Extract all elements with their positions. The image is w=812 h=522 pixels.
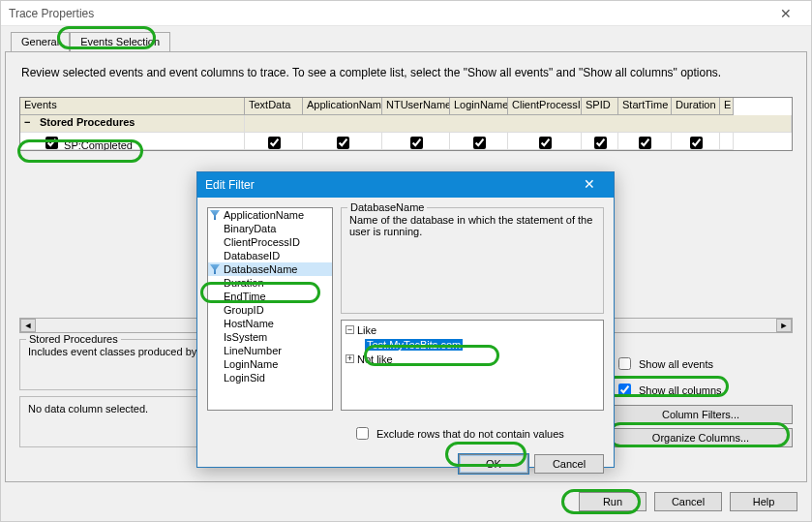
tree-like-value[interactable]: Test.MyTecBits.com [346,337,599,352]
column-list[interactable]: ApplicationName BinaryData ClientProcess… [207,207,333,411]
titlebar: Trace Properties ✕ [1,1,811,26]
grid-body: − Stored Procedures SP:Completed [20,115,792,150]
list-item[interactable]: LoginSid [208,371,332,384]
dialog-titlebar[interactable]: Edit Filter ✕ [197,172,614,198]
dialog-close-icon[interactable]: ✕ [573,175,606,195]
tab-general[interactable]: General [11,32,70,51]
col-loginname[interactable]: LoginName [450,98,508,115]
cell-check[interactable] [410,137,423,149]
list-item[interactable]: LoginName [208,357,332,371]
column-filters-button[interactable]: Column Filters... [609,405,793,424]
checkbox-input[interactable] [356,427,369,440]
list-item[interactable]: ClientProcessID [208,235,332,249]
list-item[interactable]: Duration [208,276,332,290]
label: Not like [357,353,393,365]
list-item[interactable]: DatabaseID [208,249,332,262]
cell-check[interactable] [539,137,552,149]
col-extra[interactable]: E [720,98,734,115]
checkbox-input[interactable] [618,357,631,370]
collapse-icon[interactable]: − [346,325,354,334]
column-desc-group: DatabaseName Name of the database in whi… [341,207,604,314]
cancel-button[interactable]: Cancel [654,492,722,511]
dialog-bottom-area: Exclude rows that do not contain values [197,420,614,450]
desc-title: DatabaseName [347,201,427,213]
dialog-right-pane: DatabaseName Name of the database in whi… [341,207,604,411]
trace-properties-window: Trace Properties ✕ General Events Select… [0,0,812,522]
right-controls: Show all events Show all columns Column … [609,339,793,447]
cell-check[interactable] [268,137,281,149]
category-label: Stored Procedures [40,116,135,128]
dialog-cancel-button[interactable]: Cancel [534,454,604,474]
event-name: SP:Completed [64,139,133,151]
run-button[interactable]: Run [579,492,647,511]
help-button[interactable]: Help [730,492,797,511]
list-item[interactable]: BinaryData [208,222,332,235]
intro-text: Review selected events and event columns… [21,66,797,79]
show-all-events-check[interactable]: Show all events [609,353,793,375]
tab-events-selection[interactable]: Events Selection [70,32,170,51]
list-item[interactable]: HostName [208,317,332,330]
col-textdata[interactable]: TextData [245,98,303,115]
ok-button[interactable]: OK [459,454,528,474]
dialog-title-text: Edit Filter [205,178,255,192]
tree-like-node[interactable]: − Like [346,322,599,337]
label: Show all events [639,358,713,370]
edit-filter-dialog: Edit Filter ✕ ApplicationName BinaryData… [196,171,615,468]
list-item[interactable]: GroupID [208,303,332,317]
list-item[interactable]: EndTime [208,290,332,303]
col-starttime[interactable]: StartTime [618,98,672,115]
col-events[interactable]: Events [20,98,245,115]
scroll-right-icon[interactable]: ► [776,319,792,332]
col-ntuser[interactable]: NTUserName [382,98,450,115]
label: Exclude rows that do not contain values [376,428,564,440]
filter-tree[interactable]: − Like Test.MyTecBits.com + Not like [341,320,604,411]
window-title: Trace Properties [9,7,94,20]
list-item-databasename[interactable]: DatabaseName [208,262,332,276]
category-row[interactable]: − Stored Procedures [20,115,792,133]
organize-columns-button[interactable]: Organize Columns... [609,428,793,447]
cell-check[interactable] [690,137,703,149]
grid-header-row: Events TextData ApplicationName NTUserNa… [20,98,792,115]
show-all-columns-check[interactable]: Show all columns [609,379,793,401]
scroll-left-icon[interactable]: ◄ [20,319,36,332]
cell-check[interactable] [337,137,349,149]
event-desc-title: Stored Procedures [26,333,121,345]
dialog-bottom-buttons: Run Cancel Help [579,492,797,511]
col-duration[interactable]: Duration [672,98,720,115]
col-clientpid[interactable]: ClientProcessID [508,98,582,115]
cell-check[interactable] [473,137,486,149]
col-spid[interactable]: SPID [582,98,618,115]
col-appname[interactable]: ApplicationName [303,98,382,115]
checkbox-input[interactable] [618,384,631,396]
event-row-sp-completed[interactable]: SP:Completed [20,133,792,150]
events-grid[interactable]: Events TextData ApplicationName NTUserNa… [19,97,793,151]
tab-strip: General Events Selection [11,32,170,51]
label: Show all columns [639,384,722,396]
filter-value[interactable]: Test.MyTecBits.com [365,339,463,351]
cell-check[interactable] [594,137,607,149]
list-item[interactable]: ApplicationName [208,208,332,222]
desc-text: Name of the database in which the statem… [349,214,595,237]
dialog-body: ApplicationName BinaryData ClientProcess… [197,198,614,420]
label: Like [357,324,376,336]
tree-notlike-node[interactable]: + Not like [346,352,599,366]
exclude-rows-check[interactable]: Exclude rows that do not contain values [207,422,604,445]
expand-icon[interactable]: + [346,354,354,363]
list-item[interactable]: IsSystem [208,330,332,344]
list-item[interactable]: LineNumber [208,344,332,357]
close-icon[interactable]: ✕ [768,4,803,23]
event-checkbox[interactable] [45,137,58,149]
dialog-buttons: OK Cancel [197,450,614,474]
cell-check[interactable] [639,137,651,149]
